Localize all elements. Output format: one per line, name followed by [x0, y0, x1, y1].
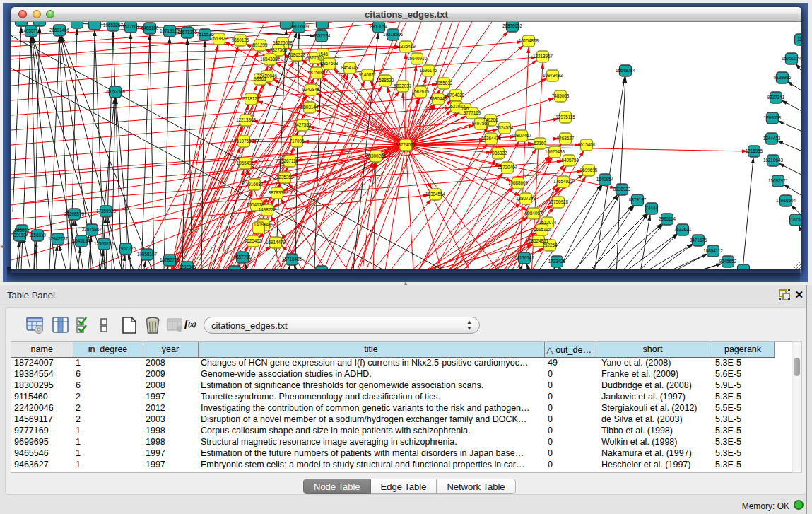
svg-text:98961: 98961 — [254, 76, 266, 81]
svg-text:12942737: 12942737 — [48, 236, 69, 241]
svg-text:10756928: 10756928 — [548, 199, 569, 204]
svg-text:252254: 252254 — [542, 243, 558, 247]
svg-text:7632621: 7632621 — [674, 227, 692, 232]
svg-text:8267110: 8267110 — [281, 158, 299, 163]
svg-text:2803144: 2803144 — [301, 105, 319, 110]
svg-text:9777169: 9777169 — [464, 110, 481, 115]
svg-text:15716485: 15716485 — [282, 257, 302, 262]
svg-text:16107553: 16107553 — [234, 139, 254, 144]
svg-text:6466160: 6466160 — [141, 25, 159, 30]
svg-text:18807249: 18807249 — [516, 196, 536, 201]
svg-text:585051: 585051 — [14, 228, 30, 233]
svg-text:10688609: 10688609 — [508, 180, 529, 185]
svg-text:62160: 62160 — [534, 141, 546, 146]
svg-text:9084067: 9084067 — [525, 211, 543, 216]
svg-text:10046785: 10046785 — [247, 202, 267, 207]
svg-text:58226058: 58226058 — [273, 40, 293, 45]
svg-text:1640954: 1640954 — [596, 177, 614, 182]
svg-text:16640910: 16640910 — [407, 56, 428, 61]
svg-text:9699695: 9699695 — [580, 168, 598, 173]
svg-text:20364436: 20364436 — [481, 136, 502, 141]
svg-text:12975115: 12975115 — [555, 115, 575, 119]
svg-text:1696176: 1696176 — [420, 68, 437, 73]
svg-text:16495756: 16495756 — [559, 158, 579, 163]
svg-text:20691406: 20691406 — [49, 28, 70, 33]
svg-text:16154808: 16154808 — [519, 38, 539, 43]
svg-text:3624554: 3624554 — [496, 125, 514, 130]
svg-text:16543382: 16543382 — [260, 57, 281, 62]
svg-text:2935114: 2935114 — [659, 216, 676, 221]
svg-text:16210643: 16210643 — [763, 158, 784, 163]
svg-text:9463627: 9463627 — [557, 136, 575, 141]
svg-text:12213967: 12213967 — [533, 54, 553, 59]
svg-text:7986322: 7986322 — [490, 151, 507, 156]
svg-text:16648784: 16648784 — [616, 68, 636, 73]
svg-text:9242848: 9242848 — [302, 87, 320, 92]
svg-text:1235359: 1235359 — [276, 175, 294, 180]
svg-text:7485003: 7485003 — [552, 93, 570, 98]
svg-text:16671355: 16671355 — [177, 30, 198, 35]
svg-text:9660125: 9660125 — [232, 37, 249, 42]
svg-text:116753: 116753 — [789, 217, 801, 222]
svg-text:17957225: 17957225 — [116, 246, 136, 251]
svg-text:8454749: 8454749 — [341, 65, 359, 70]
svg-text:39119: 39119 — [13, 233, 26, 238]
svg-text:7955812: 7955812 — [435, 81, 453, 86]
svg-text:8427552: 8427552 — [294, 122, 312, 127]
svg-text:8813054: 8813054 — [370, 24, 388, 29]
svg-text:9657791: 9657791 — [234, 255, 252, 259]
svg-text:15720407: 15720407 — [498, 165, 518, 170]
svg-text:16033809: 16033809 — [289, 24, 310, 29]
svg-text:7625402: 7625402 — [245, 238, 262, 243]
svg-text:15692971: 15692971 — [768, 178, 789, 183]
svg-text:1612074: 1612074 — [539, 220, 557, 225]
svg-text:12213363: 12213363 — [236, 117, 257, 122]
svg-text:1156819: 1156819 — [29, 233, 47, 238]
svg-text:8186328: 8186328 — [288, 52, 306, 57]
svg-text:6794028: 6794028 — [447, 93, 465, 98]
svg-text:8878332: 8878332 — [269, 190, 286, 195]
svg-text:9227341: 9227341 — [767, 95, 785, 100]
svg-text:1645194: 1645194 — [73, 238, 90, 243]
svg-text:9327503: 9327503 — [270, 47, 288, 52]
svg-text:19218506: 19218506 — [383, 32, 404, 37]
svg-text:9015400: 9015400 — [578, 142, 596, 147]
svg-text:19384554: 19384554 — [425, 192, 446, 197]
svg-text:9146821: 9146821 — [359, 72, 377, 77]
svg-text:5875685: 5875685 — [308, 70, 326, 75]
svg-text:10807467: 10807467 — [512, 133, 532, 138]
svg-text:20876652: 20876652 — [502, 23, 523, 28]
svg-text:5822037: 5822037 — [394, 83, 412, 88]
svg-text:14099489: 14099489 — [254, 222, 274, 227]
svg-text:14136141: 14136141 — [514, 255, 535, 260]
svg-text:1733426: 1733426 — [548, 259, 566, 264]
svg-text:891295: 891295 — [252, 42, 268, 47]
svg-text:1209358: 1209358 — [764, 115, 782, 120]
svg-text:9245652: 9245652 — [719, 259, 737, 264]
svg-text:6497568: 6497568 — [472, 121, 490, 126]
svg-text:17359928: 17359928 — [96, 209, 117, 214]
svg-text:10025433: 10025433 — [545, 149, 565, 154]
svg-text:17016504: 17016504 — [776, 198, 796, 203]
svg-text:74444: 74444 — [645, 206, 658, 211]
svg-text:2867608: 2867608 — [321, 61, 339, 66]
svg-text:717006: 717006 — [289, 139, 305, 144]
svg-text:7663822: 7663822 — [211, 36, 228, 41]
svg-text:1546: 1546 — [318, 52, 329, 57]
svg-text:15751074: 15751074 — [782, 56, 801, 61]
svg-text:1562615: 1562615 — [412, 89, 430, 94]
svg-text:10973493: 10973493 — [543, 73, 563, 78]
svg-text:1527607: 1527607 — [122, 24, 140, 29]
svg-text:7357224: 7357224 — [313, 33, 331, 38]
svg-text:14055714: 14055714 — [21, 28, 42, 33]
svg-text:20206576: 20206576 — [64, 211, 85, 216]
svg-text:10654112: 10654112 — [703, 248, 723, 253]
svg-text:10958107: 10958107 — [137, 252, 158, 257]
svg-text:23300285: 23300285 — [366, 153, 387, 158]
svg-text:8938923: 8938923 — [613, 187, 631, 192]
svg-text:8990448: 8990448 — [430, 96, 447, 101]
svg-text:1292346: 1292346 — [179, 264, 196, 269]
svg-text:1916682: 1916682 — [246, 182, 264, 187]
svg-text:8471676: 8471676 — [690, 238, 707, 243]
svg-text:10653267: 10653267 — [103, 23, 124, 28]
